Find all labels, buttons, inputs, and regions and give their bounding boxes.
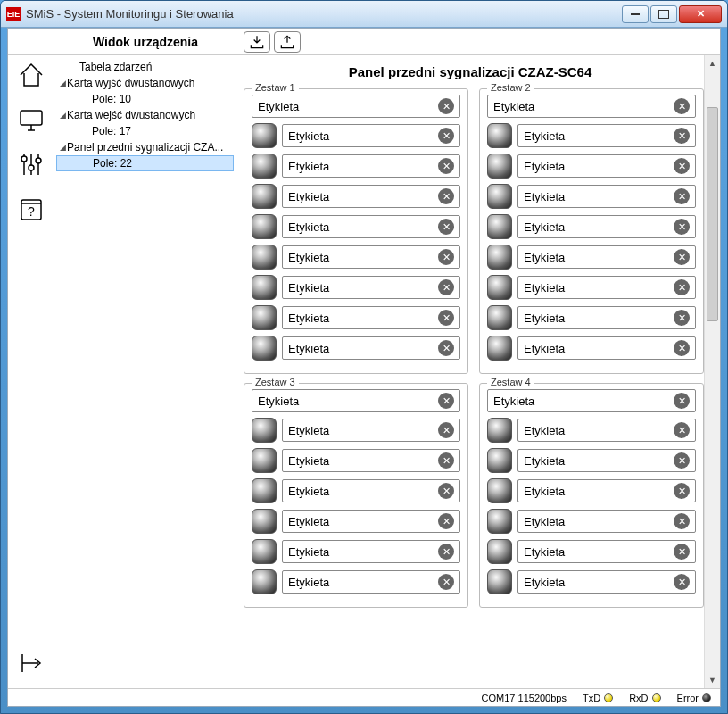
clear-icon[interactable]: ✕ <box>438 219 454 235</box>
etykieta-input[interactable]: ✕ <box>282 336 460 360</box>
etykieta-field[interactable] <box>288 160 438 173</box>
tree-item[interactable]: Pole: 10 <box>56 91 234 107</box>
etykieta-field[interactable] <box>288 576 438 589</box>
etykieta-input[interactable]: ✕ <box>282 154 460 178</box>
clear-icon[interactable]: ✕ <box>674 544 690 560</box>
tree-expand-icon[interactable]: ◢ <box>56 143 67 152</box>
etykieta-field[interactable] <box>524 545 674 559</box>
etykieta-field[interactable] <box>288 220 438 234</box>
titlebar[interactable]: EIE SMiS - System Monitoringu i Sterowan… <box>1 1 727 28</box>
clear-icon[interactable]: ✕ <box>674 513 690 529</box>
etykieta-input[interactable]: ✕ <box>282 449 460 472</box>
clear-icon[interactable]: ✕ <box>438 452 454 469</box>
clear-icon[interactable]: ✕ <box>674 574 690 590</box>
etykieta-input[interactable]: ✕ <box>517 479 696 502</box>
etykieta-input[interactable]: ✕ <box>517 215 696 238</box>
etykieta-field[interactable] <box>524 251 674 264</box>
clear-icon[interactable]: ✕ <box>438 574 454 590</box>
etykieta-input[interactable]: ✕ <box>517 540 696 563</box>
etykieta-field[interactable] <box>524 129 674 143</box>
scroll-down-arrow[interactable]: ▼ <box>705 672 720 688</box>
etykieta-input[interactable]: ✕ <box>517 154 696 178</box>
etykieta-input[interactable]: ✕ <box>517 124 696 147</box>
clear-icon[interactable]: ✕ <box>438 513 454 529</box>
clear-icon[interactable]: ✕ <box>438 188 454 204</box>
clear-icon[interactable]: ✕ <box>438 483 454 499</box>
close-button[interactable] <box>679 5 722 23</box>
etykieta-field[interactable] <box>288 281 438 295</box>
upload-button[interactable] <box>274 31 301 53</box>
etykieta-field[interactable] <box>288 515 438 528</box>
etykieta-field[interactable] <box>288 485 438 498</box>
clear-icon[interactable]: ✕ <box>674 483 690 499</box>
etykieta-field[interactable] <box>493 394 674 408</box>
etykieta-input[interactable]: ✕ <box>282 215 460 238</box>
etykieta-field[interactable] <box>288 129 438 143</box>
clear-icon[interactable]: ✕ <box>438 98 454 114</box>
tree-item[interactable]: Tabela zdarzeń <box>56 59 234 75</box>
monitor-icon[interactable] <box>15 104 47 136</box>
tree-item[interactable]: Pole: 17 <box>56 123 234 139</box>
clear-icon[interactable]: ✕ <box>674 98 690 114</box>
clear-icon[interactable]: ✕ <box>674 310 690 326</box>
clear-icon[interactable]: ✕ <box>674 249 690 265</box>
etykieta-field[interactable] <box>524 515 674 528</box>
etykieta-field[interactable] <box>288 311 438 325</box>
etykieta-field[interactable] <box>288 342 438 355</box>
tree-item[interactable]: ◢Karta wyjść dwustanowych <box>56 75 234 91</box>
etykieta-field[interactable] <box>258 394 438 408</box>
etykieta-input[interactable]: ✕ <box>517 570 696 594</box>
clear-icon[interactable]: ✕ <box>674 128 690 144</box>
sliders-icon[interactable] <box>15 148 47 180</box>
etykieta-field[interactable] <box>524 281 674 295</box>
etykieta-input[interactable]: ✕ <box>282 479 460 502</box>
tree-expand-icon[interactable]: ◢ <box>56 111 67 120</box>
etykieta-field[interactable] <box>524 160 674 173</box>
etykieta-field[interactable] <box>524 454 674 468</box>
etykieta-field[interactable] <box>288 251 438 264</box>
zestaw-header-input[interactable]: ✕ <box>487 95 696 118</box>
etykieta-input[interactable]: ✕ <box>517 336 696 360</box>
etykieta-field[interactable] <box>288 454 438 468</box>
etykieta-input[interactable]: ✕ <box>517 306 696 329</box>
etykieta-input[interactable]: ✕ <box>282 185 460 208</box>
exit-icon[interactable] <box>15 647 47 679</box>
tree-item[interactable]: ◢Karta wejść dwustanowych <box>56 107 234 123</box>
etykieta-input[interactable]: ✕ <box>282 419 460 442</box>
clear-icon[interactable]: ✕ <box>674 158 690 174</box>
clear-icon[interactable]: ✕ <box>674 188 690 204</box>
etykieta-field[interactable] <box>493 100 674 113</box>
clear-icon[interactable]: ✕ <box>438 158 454 174</box>
etykieta-input[interactable]: ✕ <box>517 510 696 533</box>
etykieta-input[interactable]: ✕ <box>282 306 460 329</box>
etykieta-field[interactable] <box>524 424 674 437</box>
scroll-thumb[interactable] <box>707 107 718 321</box>
clear-icon[interactable]: ✕ <box>438 249 454 265</box>
etykieta-input[interactable]: ✕ <box>282 245 460 269</box>
etykieta-field[interactable] <box>524 485 674 498</box>
zestaw-header-input[interactable]: ✕ <box>252 95 460 118</box>
clear-icon[interactable]: ✕ <box>438 393 454 409</box>
clear-icon[interactable]: ✕ <box>674 452 690 469</box>
clear-icon[interactable]: ✕ <box>674 393 690 409</box>
download-button[interactable] <box>244 31 270 53</box>
vertical-scrollbar[interactable]: ▲ ▼ <box>704 55 720 688</box>
etykieta-field[interactable] <box>288 424 438 437</box>
etykieta-field[interactable] <box>288 545 438 559</box>
etykieta-input[interactable]: ✕ <box>282 540 460 563</box>
etykieta-input[interactable]: ✕ <box>517 449 696 472</box>
scroll-track[interactable] <box>705 71 720 672</box>
etykieta-field[interactable] <box>524 190 674 203</box>
home-icon[interactable] <box>15 59 47 91</box>
zestaw-header-input[interactable]: ✕ <box>487 389 696 412</box>
etykieta-input[interactable]: ✕ <box>517 245 696 269</box>
clear-icon[interactable]: ✕ <box>674 422 690 438</box>
etykieta-input[interactable]: ✕ <box>282 570 460 594</box>
etykieta-field[interactable] <box>524 311 674 325</box>
etykieta-input[interactable]: ✕ <box>282 510 460 533</box>
zestaw-header-input[interactable]: ✕ <box>252 389 460 412</box>
tree-item[interactable]: ◢Panel przedni sygnalizacji CZA... <box>56 139 234 155</box>
clear-icon[interactable]: ✕ <box>674 279 690 295</box>
etykieta-field[interactable] <box>258 100 438 113</box>
clear-icon[interactable]: ✕ <box>674 219 690 235</box>
